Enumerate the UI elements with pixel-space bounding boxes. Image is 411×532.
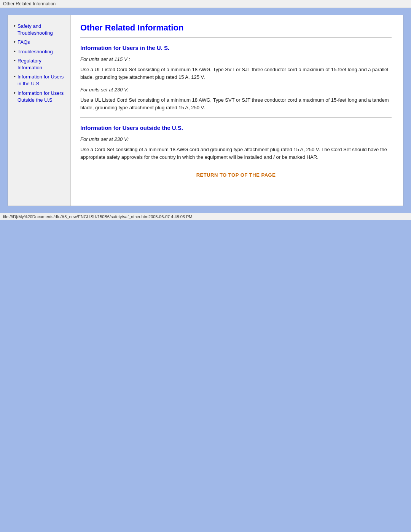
sidebar: Safety and Troubleshooting FAQs Troubles… (8, 15, 71, 206)
sidebar-nav: Safety and Troubleshooting FAQs Troubles… (14, 23, 67, 104)
section2-label1: For units set at 230 V: (80, 136, 392, 142)
section1-label1: For units set at 115 V : (80, 56, 392, 62)
content-area: Safety and Troubleshooting FAQs Troubles… (8, 15, 403, 206)
sidebar-item-users-outside[interactable]: Information for Users Outside the U.S (14, 90, 67, 104)
sidebar-item-troubleshooting[interactable]: Troubleshooting (14, 48, 67, 55)
return-to-top-link[interactable]: RETURN TO TOP OF THE PAGE (80, 172, 392, 178)
divider-middle (80, 117, 392, 118)
sidebar-item-users-us[interactable]: Information for Users in the U.S (14, 73, 67, 87)
page-title: Other Related Information (80, 23, 392, 33)
sidebar-item-regulatory[interactable]: Regulatory Information (14, 58, 67, 71)
sidebar-item-faqs[interactable]: FAQs (14, 39, 67, 46)
sidebar-link-troubleshooting[interactable]: Troubleshooting (18, 48, 67, 55)
section1-text1: Use a UL Listed Cord Set consisting of a… (80, 66, 392, 81)
section1-heading: Information for Users in the U. S. (80, 45, 392, 51)
browser-window: Safety and Troubleshooting FAQs Troubles… (8, 15, 403, 206)
sidebar-item-safety[interactable]: Safety and Troubleshooting (14, 23, 67, 37)
title-bar-text: Other Related Information (3, 1, 56, 6)
divider-top (80, 37, 392, 38)
sidebar-link-safety[interactable]: Safety and Troubleshooting (18, 23, 67, 37)
section2-heading: Information for Users outside the U.S. (80, 125, 392, 131)
section1-text2: Use a UL Listed Cord Set consisting of a… (80, 96, 392, 111)
section1-label2: For units set at 230 V: (80, 87, 392, 93)
sidebar-link-users-outside[interactable]: Information for Users Outside the U.S (18, 90, 67, 104)
status-bar: file:///D|/My%20Documents/dfu/A5_new/ENG… (0, 213, 411, 220)
section2-text1: Use a Cord Set consisting of a minimum 1… (80, 146, 392, 161)
main-content: Other Related Information Information fo… (71, 15, 403, 206)
sidebar-link-users-us[interactable]: Information for Users in the U.S (18, 73, 67, 87)
status-bar-text: file:///D|/My%20Documents/dfu/A5_new/ENG… (3, 214, 193, 219)
title-bar: Other Related Information (0, 0, 411, 8)
sidebar-link-faqs[interactable]: FAQs (18, 39, 67, 46)
sidebar-link-regulatory[interactable]: Regulatory Information (18, 58, 67, 71)
